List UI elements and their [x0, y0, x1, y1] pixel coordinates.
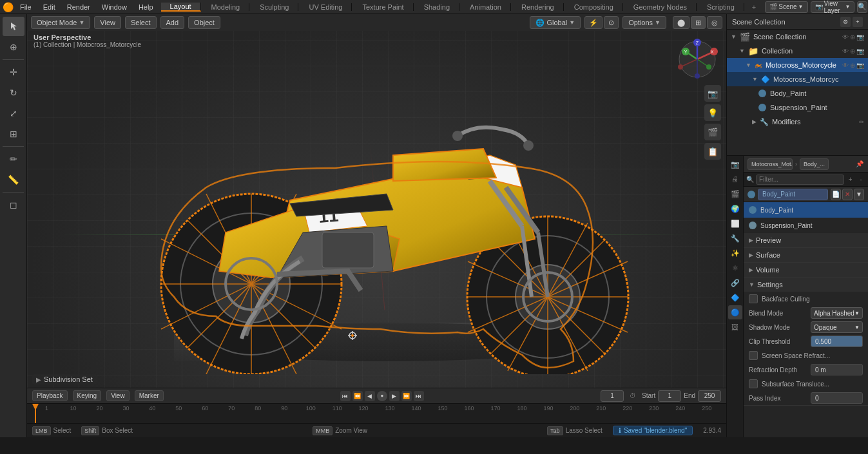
select-btn[interactable]: Select	[125, 16, 157, 29]
viewport-collection-icon[interactable]: 📋	[704, 143, 721, 160]
viewport-light-icon[interactable]: 💡	[704, 104, 721, 121]
add-btn[interactable]: Add	[160, 16, 185, 29]
outliner-scene-collection[interactable]: ▼ 🎬 Scene Collection 👁 ⊕ 📷	[727, 30, 868, 44]
prop-tab-material[interactable]: 🔵	[728, 305, 742, 319]
prop-minus-btn[interactable]: -	[857, 175, 866, 184]
viewport-camera-icon[interactable]: 📷	[704, 85, 721, 102]
timeline-keying-btn[interactable]: Keying	[73, 390, 102, 401]
section-volume-header[interactable]: ▶ Volume	[744, 263, 868, 277]
prop-search-input[interactable]	[756, 175, 844, 185]
mat-copy-btn[interactable]: 📄	[831, 189, 841, 200]
outliner-suspension-paint[interactable]: Suspension_Paint	[727, 100, 868, 115]
shadow-mode-dropdown[interactable]: Opaque ▼	[811, 321, 863, 333]
btn-play[interactable]: ▶	[389, 391, 400, 401]
tool-add[interactable]: ◻	[3, 195, 24, 214]
prop-tab-data[interactable]: 🔷	[728, 290, 742, 305]
tab-layout[interactable]: Layout	[161, 3, 201, 12]
prop-tab-constraints[interactable]: 🔗	[728, 276, 742, 290]
outliner-mesh[interactable]: ▼ 🔷 Motocross_Motorcyc	[727, 72, 868, 86]
eye-icon[interactable]: 👁	[842, 33, 849, 41]
tab-shading[interactable]: Shading	[415, 3, 459, 11]
snap-btn[interactable]: ⚡	[584, 16, 603, 29]
prop-tab-object[interactable]: ⬜	[728, 216, 742, 231]
refraction-depth-value[interactable]: 0 m	[811, 364, 863, 375]
prop-tab-modifier[interactable]: 🔧	[728, 231, 742, 245]
outliner-motorcycle[interactable]: ▼ 🏍 Motocross_Motorcycle 👁 ⊕ 📷	[727, 58, 868, 72]
prop-tab-render[interactable]: 📷	[728, 157, 742, 171]
section-surface-header[interactable]: ▶ Surface	[744, 248, 868, 262]
outliner-modifiers[interactable]: ▶ 🔧 Modifiers ✏	[727, 115, 868, 129]
tool-measure[interactable]: 📏	[3, 170, 24, 189]
eye-icon-coll[interactable]: 👁	[842, 48, 849, 55]
timeline-view-btn[interactable]: View	[106, 390, 130, 401]
viewport-render-icon[interactable]: 🎬	[704, 124, 721, 140]
outliner-collection[interactable]: ▼ 📁 Collection 👁 ⊕ 📷	[727, 44, 868, 58]
edit-icon[interactable]: ✏	[859, 118, 864, 126]
pass-index-value[interactable]: 0	[811, 392, 863, 404]
viewport-overlay[interactable]: ⊞	[691, 16, 706, 29]
prop-tab-output[interactable]: 🖨	[728, 172, 742, 186]
menu-edit[interactable]: Edit	[38, 2, 61, 12]
mat-suspension-paint[interactable]: Suspension_Paint	[744, 218, 868, 233]
mat-options-btn[interactable]: ▼	[854, 189, 864, 200]
tab-uv-editing[interactable]: UV Editing	[300, 3, 352, 11]
blend-mode-dropdown[interactable]: Alpha Hashed ▼	[811, 307, 863, 319]
btn-record[interactable]: ●	[377, 391, 387, 401]
tool-cursor[interactable]: ⊕	[3, 37, 24, 57]
btn-next-keyframe[interactable]: ⏩	[401, 391, 412, 401]
prop-tab-particles[interactable]: ✨	[728, 246, 742, 260]
tab-scripting[interactable]: Scripting	[698, 3, 744, 11]
tab-compositing[interactable]: Compositing	[565, 3, 623, 11]
tab-texture-paint[interactable]: Texture Paint	[353, 3, 413, 11]
outliner-body-paint[interactable]: Body_Paint	[727, 86, 868, 100]
timeline-playback-btn[interactable]: Playback	[32, 390, 68, 401]
viewport-xray[interactable]: ◎	[707, 16, 722, 29]
current-frame-input[interactable]	[601, 390, 624, 402]
menu-render[interactable]: Render	[62, 2, 95, 12]
tab-rendering[interactable]: Rendering	[512, 3, 564, 11]
tab-sculpting[interactable]: Sculpting	[251, 3, 298, 11]
menu-file[interactable]: File	[15, 2, 37, 12]
proportional-btn[interactable]: ⊙	[604, 16, 619, 29]
btn-jump-end[interactable]: ⏭	[414, 391, 424, 401]
timeline-marker-btn[interactable]: Marker	[135, 390, 164, 401]
object-btn[interactable]: Object	[188, 16, 220, 29]
view-btn[interactable]: View	[94, 16, 121, 29]
tab-add-button[interactable]: +	[746, 3, 762, 11]
tool-annotate[interactable]: ✏	[3, 149, 24, 169]
eye-icon-moto[interactable]: 👁	[842, 62, 849, 69]
tool-transform[interactable]: ⊞	[3, 124, 24, 144]
btn-jump-start[interactable]: ⏮	[340, 391, 351, 401]
render-icon-moto[interactable]: 📷	[856, 62, 864, 69]
viewport-3d[interactable]: Object Mode ▼ View Select Add Object 🌐 G…	[27, 14, 726, 437]
object-mode-btn[interactable]: Object Mode ▼	[31, 16, 90, 29]
menu-help[interactable]: Help	[133, 2, 159, 12]
material-name-selector[interactable]: Body_Paint	[758, 189, 828, 200]
clip-threshold-value[interactable]: 0.500	[811, 336, 863, 347]
outliner-add-btn[interactable]: +	[853, 17, 863, 27]
cursor-icon[interactable]: ⊕	[850, 33, 855, 41]
render-icon-coll[interactable]: 📷	[856, 48, 864, 55]
transform-btn[interactable]: 🌐 Global ▼	[530, 16, 581, 29]
prop-tab-scene[interactable]: 🎬	[728, 187, 742, 201]
cursor-icon-coll[interactable]: ⊕	[850, 48, 855, 55]
prop-pin-btn[interactable]: 📌	[855, 160, 864, 169]
tool-scale[interactable]: ⤢	[3, 104, 24, 123]
tab-geometry-nodes[interactable]: Geometry Nodes	[624, 3, 697, 11]
btn-prev-keyframe[interactable]: ⏪	[352, 391, 363, 401]
search-button[interactable]: 🔍	[857, 1, 867, 13]
btn-play-reverse[interactable]: ◀	[365, 391, 375, 401]
scene-selector[interactable]: 🎬 Scene ▼	[765, 1, 807, 13]
view-layer-selector[interactable]: 📷 View Layer ▼	[811, 1, 855, 13]
section-preview-header[interactable]: ▶ Preview	[744, 233, 868, 247]
end-frame-input[interactable]	[698, 390, 721, 402]
subsurface-translucency-checkbox[interactable]	[749, 379, 758, 388]
prop-tab-world[interactable]: 🌍	[728, 202, 742, 216]
tab-modeling[interactable]: Modeling	[202, 3, 250, 11]
screen-space-refract-checkbox[interactable]	[749, 351, 758, 360]
options-btn[interactable]: Options ▼	[622, 16, 666, 29]
render-icon[interactable]: 📷	[856, 33, 864, 41]
mat-delete-btn[interactable]: ✕	[842, 189, 853, 200]
section-settings-header[interactable]: ▼ Settings	[744, 278, 868, 292]
menu-window[interactable]: Window	[97, 2, 132, 12]
